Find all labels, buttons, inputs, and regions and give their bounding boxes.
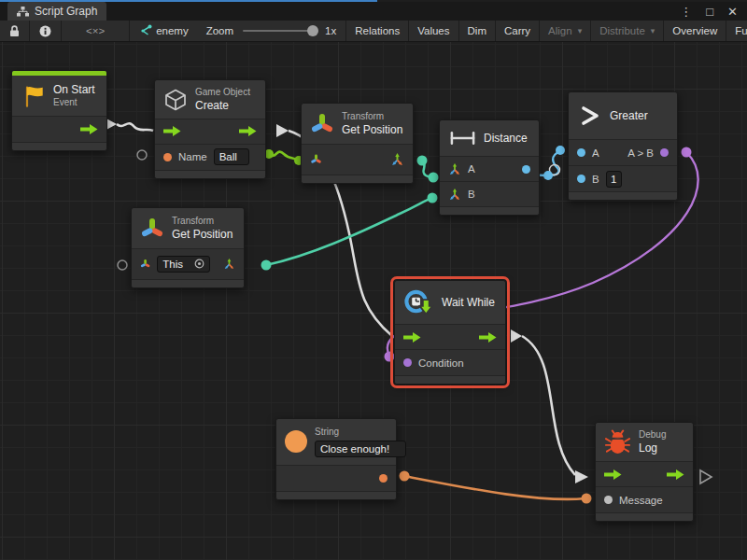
lock-button[interactable] (0, 21, 30, 41)
code-icon: <×> (86, 25, 105, 36)
node-title: Distance (484, 132, 528, 145)
node-footer (569, 191, 677, 200)
menu-icon[interactable]: ⋮ (680, 6, 692, 18)
close-icon[interactable]: ✕ (727, 6, 738, 18)
zoom-slider[interactable] (243, 30, 316, 32)
node-get-position-ball[interactable]: Transform Get Position (301, 103, 414, 184)
node-category: Transform (342, 111, 402, 123)
node-title: Log (639, 441, 666, 455)
transform-input-port[interactable] (140, 258, 150, 270)
node-debug-log[interactable]: Debug Log Message (595, 422, 694, 522)
object-picker-icon[interactable] (194, 259, 204, 269)
node-gameobject-create[interactable]: Game Object Create Name (154, 79, 266, 179)
node-category: Transform (172, 216, 233, 228)
string-output-port[interactable] (379, 474, 388, 483)
lock-icon (9, 25, 20, 37)
port-label: Name (178, 151, 207, 162)
script-graph-window: Script Graph ⋮ □ ✕ <×> (0, 0, 747, 560)
target-value-field[interactable]: This (157, 256, 210, 273)
input-port-b[interactable] (577, 175, 585, 183)
flow-input-port[interactable] (403, 332, 421, 343)
unconnected-flow-stub-debuglog[interactable] (700, 470, 712, 483)
align-button[interactable]: Align▾ (539, 21, 590, 41)
node-footer (302, 175, 413, 183)
vector3-output-port[interactable] (223, 257, 235, 271)
wire-onstart-to-create[interactable] (105, 118, 153, 131)
distance-icon (449, 131, 476, 146)
zoom-slider-handle[interactable] (307, 25, 318, 36)
vector3-output-port[interactable] (390, 152, 404, 166)
unconnected-input-stub-getposition[interactable] (118, 260, 127, 270)
port-label: A (592, 147, 599, 159)
overview-button[interactable]: Overview (663, 21, 726, 41)
transform-icon (310, 111, 334, 136)
distance-output-port[interactable] (522, 165, 530, 174)
node-title: Get Position (342, 123, 402, 137)
wire-create-to-getposition[interactable] (264, 149, 303, 165)
flag-icon (21, 84, 46, 108)
inspect-button[interactable] (30, 21, 62, 41)
node-string-literal[interactable]: String (275, 418, 397, 500)
unconnected-input-stub-create[interactable] (137, 150, 147, 160)
wire-getposition-a-to-distance-a[interactable] (417, 156, 439, 183)
values-button[interactable]: Values (408, 21, 458, 41)
vector3-input-port-b[interactable] (448, 188, 461, 201)
script-graph-icon (17, 7, 29, 17)
node-footer (395, 375, 505, 384)
wire-waitwhile-to-debuglog[interactable] (511, 329, 588, 483)
condition-input-port[interactable] (403, 358, 412, 367)
bug-icon (604, 429, 631, 455)
greater-icon (578, 104, 602, 128)
flow-output-port[interactable] (479, 332, 497, 343)
result-label: A > B (627, 147, 654, 159)
node-wait-while[interactable]: Wait While Condition (394, 280, 506, 385)
string-value-field[interactable] (315, 441, 406, 457)
wait-while-icon (403, 287, 434, 317)
maximize-icon[interactable]: □ (706, 6, 713, 18)
node-title: String (315, 427, 406, 439)
info-icon (39, 25, 51, 37)
node-distance[interactable]: Distance A B (439, 119, 540, 216)
relations-button[interactable]: Relations (345, 21, 408, 41)
b-value-field[interactable] (606, 171, 622, 188)
target-value: This (162, 259, 183, 270)
node-on-start-event[interactable]: On Start Event (11, 70, 107, 151)
carry-button[interactable]: Carry (495, 21, 539, 41)
node-title: Wait While (442, 296, 495, 309)
dim-button[interactable]: Dim (458, 21, 495, 41)
message-input-port[interactable] (604, 496, 613, 504)
name-value-field[interactable] (214, 148, 249, 165)
vector3-input-port-a[interactable] (448, 162, 461, 175)
node-footer (276, 491, 396, 499)
flow-output-port[interactable] (239, 126, 257, 136)
graph-toolbar: <×> enemy Zoom 1x Relations Values Dim C… (0, 21, 747, 42)
node-greater[interactable]: Greater A A > B B (568, 91, 678, 201)
flow-input-port[interactable] (604, 469, 622, 480)
zoom-value: 1x (325, 25, 336, 36)
zoom-label: Zoom (206, 25, 233, 36)
node-category: Game Object (195, 87, 250, 99)
graph-breadcrumb[interactable]: enemy (130, 21, 197, 41)
port-label: Message (619, 495, 663, 506)
graph-canvas[interactable]: On Start Event Game Object Create (0, 42, 747, 560)
tab-script-graph[interactable]: Script Graph (7, 2, 106, 21)
wire-string-to-message[interactable] (400, 471, 592, 504)
transform-input-port[interactable] (310, 153, 322, 165)
name-input-port[interactable] (163, 153, 172, 161)
flow-output-port[interactable] (667, 469, 684, 480)
tab-bar: Script Graph ⋮ □ ✕ (0, 2, 747, 21)
tab-title: Script Graph (35, 5, 97, 18)
result-output-port[interactable] (660, 148, 669, 157)
node-footer (132, 279, 244, 287)
flow-output-port[interactable] (80, 124, 98, 134)
flow-input-port[interactable] (163, 126, 181, 136)
code-preview-button[interactable]: <×> (62, 21, 130, 41)
port-label: B (468, 189, 475, 200)
cube-icon (163, 88, 188, 112)
distribute-button[interactable]: Distribute▾ (590, 21, 663, 41)
full-screen-button[interactable]: Full Screen (726, 21, 747, 41)
node-get-position-this[interactable]: Transform Get Position This (131, 207, 245, 288)
input-port-a[interactable] (577, 148, 585, 157)
node-title: Get Position (172, 228, 233, 242)
graph-name: enemy (156, 25, 189, 36)
